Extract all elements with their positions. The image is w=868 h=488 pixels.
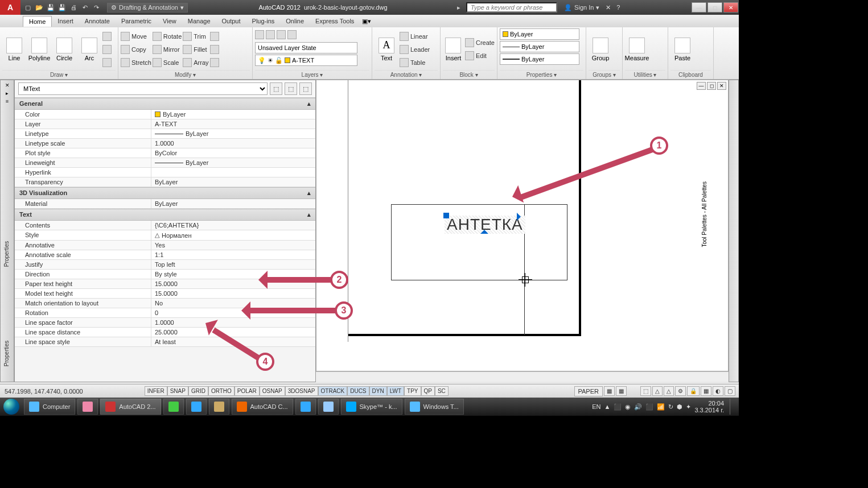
tab-home[interactable]: Home xyxy=(23,16,52,27)
prop-section-header[interactable]: Text▴ xyxy=(15,209,315,221)
prop-section-header[interactable]: 3D Visualization▴ xyxy=(15,187,315,199)
taskbar-item[interactable]: Computer xyxy=(24,399,75,415)
prop-row[interactable]: TransparencyByLayer xyxy=(15,177,315,187)
toolbar-lock-icon[interactable]: 🔒 xyxy=(687,386,700,396)
status-toggle-ortho[interactable]: ORTHO xyxy=(208,386,235,396)
prop-value[interactable]: ByLayer xyxy=(151,177,315,187)
taskbar-item[interactable]: AutoCAD 2... xyxy=(100,399,161,415)
prop-value[interactable]: △Нормален xyxy=(151,230,315,240)
linetype-dropdown[interactable]: ByLayer xyxy=(500,41,579,52)
space-toggle[interactable]: PAPER xyxy=(574,386,603,396)
tray-battery-icon[interactable]: ⬛ xyxy=(645,403,653,411)
taskbar-item[interactable]: Windows T... xyxy=(405,399,464,415)
prop-value[interactable]: 25.0000 xyxy=(151,328,315,337)
new-icon[interactable]: ▢ xyxy=(23,2,33,13)
tray-wifi-icon[interactable]: 📶 xyxy=(657,403,665,411)
status-toggle-dyn[interactable]: DYN xyxy=(369,386,387,396)
panel-title[interactable]: Groups ▾ xyxy=(589,70,620,79)
prop-row[interactable]: Line space distance25.0000 xyxy=(15,328,315,337)
prop-value[interactable]: 15.0000 xyxy=(151,289,315,298)
taskbar-item[interactable] xyxy=(186,399,207,415)
tool-explode[interactable] xyxy=(210,43,219,56)
tab-view[interactable]: View xyxy=(157,16,182,26)
tool-stretch[interactable]: Stretch xyxy=(121,56,151,69)
minimize-button[interactable]: — xyxy=(692,2,706,13)
tool-rect[interactable] xyxy=(102,30,112,43)
status-toggle-osnap[interactable]: OSNAP xyxy=(260,386,285,396)
panel-title[interactable]: Utilities ▾ xyxy=(625,70,665,79)
prop-row[interactable]: LineweightByLayer xyxy=(15,158,315,168)
tool-trim[interactable]: Trim xyxy=(183,30,208,43)
open-icon[interactable]: 📂 xyxy=(34,2,44,13)
tab-output[interactable]: Output xyxy=(216,16,246,26)
tab-plugins[interactable]: Plug-ins xyxy=(246,16,281,26)
tool-linear-dim[interactable]: Linear xyxy=(400,30,430,43)
tool-move[interactable]: Move xyxy=(121,30,151,43)
model-icon[interactable]: ▦ xyxy=(604,386,615,396)
workspace-icon[interactable]: ⚙ xyxy=(675,386,686,396)
status-toggle-infer[interactable]: INFER xyxy=(145,386,167,396)
prop-row[interactable]: JustifyTop left xyxy=(15,260,315,270)
tool-palettes-tabstrip[interactable]: Tool Palettes - All Palettes xyxy=(729,80,739,382)
menu-icon[interactable]: ≡ xyxy=(6,98,9,104)
tool-polyline[interactable]: Polyline xyxy=(27,38,51,61)
prop-row[interactable]: AnnotativeYes xyxy=(15,241,315,250)
status-toggle-ducs[interactable]: DUCS xyxy=(347,386,369,396)
help-search-input[interactable] xyxy=(466,2,557,13)
mdi-minimize[interactable]: — xyxy=(697,82,706,90)
taskbar-item[interactable]: AutoCAD C... xyxy=(232,399,293,415)
status-toggle-tpy[interactable]: TPY xyxy=(404,386,421,396)
taskbar-item[interactable] xyxy=(163,399,184,415)
tool-create-block[interactable]: Create xyxy=(465,36,495,49)
tray-flag-icon[interactable]: ▲ xyxy=(604,403,611,410)
prop-row[interactable]: MaterialByLayer xyxy=(15,199,315,209)
tool-hatch[interactable] xyxy=(102,56,112,69)
annoauto-icon[interactable]: △ xyxy=(664,386,674,396)
tool-erase[interactable] xyxy=(210,30,219,43)
tray-bluetooth-icon[interactable]: ⬢ xyxy=(677,403,682,411)
status-toggle-3dosnap[interactable]: 3DOSNAP xyxy=(285,386,318,396)
layer-off-icon[interactable] xyxy=(287,30,297,39)
prop-value[interactable]: ByColor xyxy=(151,148,315,158)
prop-value[interactable]: ByLayer xyxy=(151,129,315,138)
prop-value[interactable]: ByLayer xyxy=(151,199,315,208)
hardware-accel-icon[interactable]: ▦ xyxy=(701,386,711,396)
tray-network-icon[interactable]: ◉ xyxy=(625,403,631,411)
tool-line[interactable]: Line xyxy=(2,38,26,61)
quick-select-button[interactable]: ⬚ xyxy=(299,82,312,95)
prop-row[interactable]: LinetypeByLayer xyxy=(15,129,315,139)
prop-row[interactable]: Style△Нормален xyxy=(15,230,315,241)
tool-rotate[interactable]: Rotate xyxy=(153,30,182,43)
prop-value[interactable]: Top left xyxy=(151,260,315,269)
prop-row[interactable]: Linetype scale1.0000 xyxy=(15,139,315,148)
grip-handle[interactable] xyxy=(517,213,525,221)
layer-state-dropdown[interactable]: Unsaved Layer State xyxy=(255,42,357,53)
taskbar-item[interactable] xyxy=(209,399,229,415)
taskbar-item[interactable] xyxy=(295,399,316,415)
drawing-canvas[interactable]: АНТЕТКА xyxy=(316,80,729,371)
prop-value[interactable]: Yes xyxy=(151,241,315,250)
prop-value[interactable]: 1.0000 xyxy=(151,139,315,148)
prop-value[interactable]: A-TEXT xyxy=(151,119,315,129)
tool-mirror[interactable]: Mirror xyxy=(153,43,182,56)
chevron-icon[interactable]: ▸ xyxy=(457,4,460,11)
undo-icon[interactable]: ↶ xyxy=(80,2,90,13)
prop-row[interactable]: Line space factor1.0000 xyxy=(15,318,315,328)
quickview-icon[interactable]: ▦ xyxy=(616,386,627,396)
current-layer-dropdown[interactable]: 💡☀🔓A-TEXT xyxy=(255,55,357,66)
taskbar-item[interactable] xyxy=(318,399,339,415)
isolate-icon[interactable]: ◐ xyxy=(713,386,723,396)
tab-annotate[interactable]: Annotate xyxy=(79,16,116,26)
close-button[interactable]: ✕ xyxy=(723,2,738,13)
saveas-icon[interactable]: 💾 xyxy=(57,2,67,13)
prop-value[interactable]: ByLayer xyxy=(151,110,315,119)
status-toggle-grid[interactable]: GRID xyxy=(188,386,208,396)
help-icon[interactable]: ? xyxy=(613,2,623,13)
panel-title[interactable]: Annotation ▾ xyxy=(375,70,438,79)
tool-scale[interactable]: Scale xyxy=(153,56,182,69)
clean-screen-icon[interactable]: ▢ xyxy=(725,386,735,396)
status-toggle-lwt[interactable]: LWT xyxy=(387,386,404,396)
tray-action-icon[interactable]: ⬛ xyxy=(614,403,622,411)
panel-title[interactable]: Block ▾ xyxy=(443,70,495,79)
clock[interactable]: 20:04 3.3.2014 г. xyxy=(694,400,724,413)
